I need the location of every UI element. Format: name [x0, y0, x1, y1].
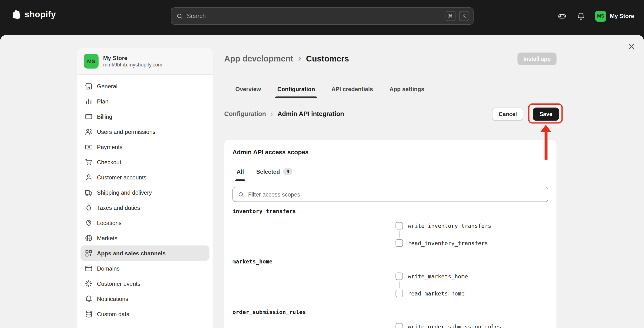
sidebar-item-label: Plan — [97, 98, 108, 105]
checkout-icon — [84, 158, 93, 166]
sidebar-item-label: Notifications — [97, 295, 128, 302]
sidebar-item-label: Users and permissions — [97, 128, 155, 135]
breadcrumb-app-development[interactable]: App development — [224, 54, 293, 63]
sidebar-item-customer-events[interactable]: Customer events — [80, 276, 210, 291]
scope-group-order-submission-rules: order_submission_ruleswrite_order_submis… — [232, 309, 548, 328]
tab-app-settings[interactable]: App settings — [382, 80, 431, 97]
page-title: Customers — [306, 54, 349, 63]
cancel-button[interactable]: Cancel — [492, 107, 523, 121]
sidebar-item-notifications[interactable]: Notifications — [80, 291, 210, 306]
close-button[interactable] — [624, 39, 639, 54]
close-icon — [628, 43, 635, 50]
apps-icon — [84, 249, 93, 257]
customer-accounts-icon — [84, 173, 93, 181]
tab-overview[interactable]: Overview — [228, 80, 268, 97]
store-avatar: MS — [595, 10, 606, 21]
sidebar-item-shipping-and-delivery[interactable]: Shipping and delivery — [80, 185, 210, 200]
selected-count-badge: 9 — [283, 168, 292, 175]
notifications-button[interactable] — [574, 8, 588, 23]
store-name: My Store — [610, 13, 634, 19]
domains-icon — [84, 264, 93, 273]
topbar-right: MS My Store — [555, 0, 638, 32]
scope-tab-selected[interactable]: Selected9 — [251, 162, 297, 181]
sidebar-item-billing[interactable]: Billing — [80, 109, 210, 124]
settings-sidebar: MS My Store mmk9bt-ib.myshopify.com Gene… — [77, 48, 213, 328]
subheader: Configuration › Admin API integration Ca… — [224, 106, 559, 122]
breadcrumb-configuration[interactable]: Configuration — [224, 110, 266, 118]
locations-icon — [84, 219, 93, 227]
sidebar-item-taxes-and-duties[interactable]: Taxes and duties — [80, 200, 210, 215]
sidebar-store-header: MS My Store mmk9bt-ib.myshopify.com — [77, 48, 213, 74]
dev-tools-icon — [558, 12, 566, 20]
shortcut-cmd-key: ⌘ — [446, 11, 456, 21]
checkbox[interactable] — [396, 273, 403, 280]
sidebar-store-name: My Store — [103, 55, 162, 61]
billing-icon — [84, 112, 93, 121]
tab-configuration[interactable]: Configuration — [270, 80, 322, 97]
taxes-icon — [84, 203, 93, 212]
scope-row-write-order-submission-rules[interactable]: write_order_submission_rules — [396, 321, 548, 328]
sidebar-item-customer-accounts[interactable]: Customer accounts — [80, 169, 210, 185]
save-button[interactable]: Save — [533, 107, 559, 121]
scope-group-markets-home: markets_homewrite_markets_homeread_marke… — [232, 258, 548, 299]
store-menu[interactable]: MS My Store — [593, 8, 638, 23]
checkbox[interactable] — [396, 323, 403, 328]
search-input[interactable] — [187, 13, 442, 19]
tab-api-credentials[interactable]: API credentials — [324, 80, 380, 97]
topbar: shopify ⌘ K MS My Store — [0, 0, 644, 32]
scope-tabs: AllSelected9 — [224, 162, 556, 181]
scope-tab-all[interactable]: All — [232, 162, 248, 181]
filter-scopes-input[interactable] — [248, 191, 543, 198]
scope-rows: write_order_submission_rules — [396, 321, 548, 328]
sidebar-item-locations[interactable]: Locations — [80, 215, 210, 230]
screen: shopify ⌘ K MS My Store — [0, 0, 644, 328]
sidebar-item-apps-and-sales-channels[interactable]: Apps and sales channels — [80, 245, 210, 261]
sidebar-item-markets[interactable]: Markets — [80, 230, 210, 245]
users-icon — [84, 127, 93, 136]
sidebar-item-label: Payments — [97, 143, 122, 150]
sidebar-item-checkout[interactable]: Checkout — [80, 154, 210, 169]
subpage-title: Admin API integration — [278, 110, 344, 118]
payments-icon — [84, 143, 93, 151]
scope-rows: write_markets_homeread_markets_home — [396, 271, 548, 299]
chevron-right-icon: › — [270, 110, 273, 118]
sidebar-item-label: Custom data — [97, 311, 130, 317]
shortcut-k-key: K — [459, 11, 469, 21]
shipping-icon — [84, 188, 93, 197]
customer-events-icon — [84, 279, 93, 288]
sidebar-item-payments[interactable]: Payments — [80, 139, 210, 154]
global-search[interactable]: ⌘ K — [171, 7, 474, 25]
sidebar-item-users-and-permissions[interactable]: Users and permissions — [80, 124, 210, 139]
sidebar-item-domains[interactable]: Domains — [80, 261, 210, 276]
sidebar-store-domain: mmk9bt-ib.myshopify.com — [103, 62, 162, 68]
sidebar-item-label: Customer events — [97, 280, 140, 287]
checkbox[interactable] — [396, 239, 403, 247]
sidebar-item-plan[interactable]: Plan — [80, 93, 210, 109]
shopify-logo[interactable]: shopify — [12, 9, 56, 19]
sidebar-menu: GeneralPlanBillingUsers and permissionsP… — [77, 75, 213, 325]
page-header: App development › Customers Install app — [224, 50, 556, 67]
install-app-button[interactable]: Install app — [518, 52, 556, 65]
scope-group-name: order_submission_rules — [232, 309, 548, 316]
scope-label: write_order_submission_rules — [408, 324, 501, 328]
sidebar-item-label: General — [97, 83, 117, 89]
scope-label: read_inventory_transfers — [408, 240, 488, 246]
scope-group-inventory-transfers: inventory_transferswrite_inventory_trans… — [232, 208, 548, 248]
filter-field[interactable] — [232, 187, 548, 202]
scope-connector-line — [399, 231, 400, 238]
sidebar-item-label: Domains — [97, 265, 120, 272]
scope-group-name: inventory_transfers — [232, 208, 548, 215]
checkbox[interactable] — [396, 290, 403, 297]
checkbox[interactable] — [396, 222, 403, 230]
scope-row-write-markets-home[interactable]: write_markets_home — [396, 271, 548, 282]
store-avatar: MS — [84, 54, 98, 69]
sidebar-item-general[interactable]: General — [80, 78, 210, 93]
dev-tools-button[interactable] — [555, 8, 570, 23]
scope-row-read-inventory-transfers[interactable]: read_inventory_transfers — [396, 238, 548, 248]
scope-row-write-inventory-transfers[interactable]: write_inventory_transfers — [396, 221, 548, 231]
scope-row-read-markets-home[interactable]: read_markets_home — [396, 288, 548, 299]
scope-label: write_markets_home — [408, 273, 468, 280]
card-title: Admin API access scopes — [224, 140, 556, 162]
scope-label: read_markets_home — [408, 290, 464, 297]
sidebar-item-custom-data[interactable]: Custom data — [80, 306, 210, 321]
